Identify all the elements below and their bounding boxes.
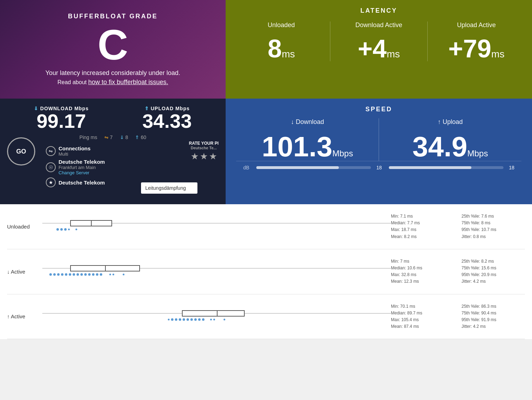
download-active-boxplot — [42, 261, 391, 282]
stat-median: Median: 7.7 ms — [391, 220, 461, 226]
latency-row-unloaded: Unloaded Min: 7.1 ms Median: 7.7 ms Max:… — [7, 204, 525, 249]
dot — [61, 273, 63, 276]
upload-value: 34.33 — [142, 111, 192, 131]
upload-active-stats1: Min: 70.1 ms Median: 89.7 ms Max: 105.4 … — [391, 303, 461, 330]
bufferbloat-link-row: Read about how to fix bufferbloat issues… — [57, 79, 168, 86]
upload-metric: ⇑ UPLOAD Mbps 34.33 — [142, 106, 192, 131]
bufferbloat-title: BUFFERBLOAT GRADE — [68, 13, 158, 20]
stat-median: Median: 10.6 ms — [391, 265, 461, 271]
speed-panel: SPEED ↓ Download 101.3Mbps ↑ Upload 34.9… — [226, 99, 532, 204]
latency-download-active-label: Download Active — [330, 21, 428, 29]
latency-upload-active-label: Upload Active — [428, 21, 525, 29]
dot — [179, 318, 181, 321]
speed-bar-val2: 18 — [509, 165, 514, 170]
stat-min: Min: 70.1 ms — [391, 303, 461, 310]
dot — [183, 318, 185, 321]
server-name: Deutsche Telekom — [59, 159, 105, 165]
download-metric: ⇓ DOWNLOAD Mbps 99.17 — [34, 106, 88, 131]
dot — [64, 228, 67, 231]
speed-bar-download — [256, 166, 371, 169]
latency-title: LATENCY — [233, 7, 525, 14]
tooltip-text: Leitungsdämpfung — [145, 185, 186, 191]
speed-bar-row: dB 18 18 — [236, 161, 521, 174]
bufferbloat-link-prefix: Read about — [57, 79, 88, 85]
dot — [92, 273, 94, 276]
dot — [84, 273, 87, 276]
upload-active-label: ↑ Active — [7, 313, 42, 319]
ping-row: Ping ms ⇋ 7 ⇓ 8 ⇑ 60 — [7, 135, 219, 140]
dot — [190, 318, 193, 321]
stat-jitter: Jitter: 4.2 ms — [461, 323, 525, 330]
latency-details: Unloaded Min: 7.1 ms Median: 7.7 ms Max:… — [0, 204, 532, 339]
dot — [73, 273, 75, 276]
dot — [49, 273, 52, 276]
stat-95th: 95th %ile: 10.7 ms — [461, 226, 525, 233]
speedtest-panel: ⇓ DOWNLOAD Mbps 99.17 ⇑ UPLOAD Mbps 34.3… — [0, 99, 226, 204]
isp-name: Deutsche Telekom — [59, 180, 105, 186]
stat-mean: Mean: 12.3 ms — [391, 278, 461, 285]
speed-download-value: 101.3Mbps — [236, 133, 379, 161]
unloaded-label: Unloaded — [7, 224, 42, 230]
server-location: Frankfurt am Main — [59, 165, 105, 170]
bufferbloat-panel: BUFFERBLOAT GRADE C Your latency increas… — [0, 0, 226, 99]
latency-col-download-active: Download Active +4ms — [330, 21, 428, 61]
speed-title: SPEED — [236, 106, 521, 113]
stat-95th: 95th %ile: 91.9 ms — [461, 317, 525, 323]
dot — [56, 228, 59, 231]
stat-min: Min: 7 ms — [391, 258, 461, 265]
latency-unloaded-value: 8ms — [233, 36, 330, 61]
dot — [69, 273, 71, 276]
dot — [194, 318, 197, 321]
dot — [65, 273, 67, 276]
dot — [171, 318, 173, 321]
dot — [100, 273, 102, 276]
dot — [123, 274, 124, 275]
download-active-label: ↓ Active — [7, 269, 42, 275]
latency-unloaded-label: Unloaded — [233, 21, 330, 29]
stat-max: Max: 32.8 ms — [391, 271, 461, 278]
dot — [60, 228, 63, 231]
bufferbloat-grade: C — [98, 24, 128, 66]
stat-max: Max: 105.4 ms — [391, 317, 461, 323]
dot — [57, 273, 60, 276]
go-button[interactable]: GO — [7, 137, 35, 165]
jitter-up-value: ⇑ 60 — [135, 135, 146, 140]
download-active-stats1: Min: 7 ms Median: 10.6 ms Max: 32.8 ms M… — [391, 258, 461, 285]
connections-type: Multi — [59, 151, 91, 157]
dot — [210, 319, 212, 320]
stat-25th: 25th %ile: 86.3 ms — [461, 303, 525, 310]
stat-75th: 75th %ile: 8 ms — [461, 220, 525, 226]
upload-active-boxplot — [42, 306, 391, 327]
stat-jitter: Jitter: 4.2 ms — [461, 278, 525, 285]
dot — [75, 229, 77, 230]
dot — [77, 273, 79, 276]
dot — [53, 273, 56, 276]
dot — [96, 273, 98, 276]
ping-value: ⇋ 7 — [104, 135, 113, 140]
connections-icon: ⇋ — [46, 146, 56, 156]
download-value: 99.17 — [34, 111, 88, 131]
latency-panel: LATENCY Unloaded 8ms Download Active +4m… — [226, 0, 532, 99]
unloaded-stats1: Min: 7.1 ms Median: 7.7 ms Max: 18.7 ms … — [391, 213, 461, 240]
bufferbloat-link[interactable]: how to fix bufferbloat issues. — [88, 79, 168, 86]
stat-jitter: Jitter: 0.8 ms — [461, 233, 525, 240]
stat-median: Median: 89.7 ms — [391, 310, 461, 317]
rating-stars[interactable]: ★ ★ ★ — [189, 152, 219, 161]
speedtest-metrics: ⇓ DOWNLOAD Mbps 99.17 ⇑ UPLOAD Mbps 34.3… — [7, 106, 219, 131]
latency-col-unloaded: Unloaded 8ms — [233, 21, 330, 61]
dot — [112, 274, 114, 275]
dot — [202, 318, 204, 321]
speed-upload-label: ↑ Upload — [379, 118, 521, 126]
stat-25th: 25th %ile: 7.6 ms — [461, 213, 525, 220]
rate-label: RATE YOUR PI — [189, 141, 219, 146]
dot — [88, 273, 91, 276]
download-active-stats2: 25th %ile: 8.2 ms 75th %ile: 15.6 ms 95t… — [461, 258, 525, 285]
change-server-button[interactable]: Change Server — [59, 170, 105, 175]
speed-upload-col: ↑ Upload 34.9Mbps — [379, 118, 521, 161]
latency-upload-active-value: +79ms — [428, 36, 525, 61]
speed-download-label: ↓ Download — [236, 118, 379, 126]
dot — [198, 318, 201, 321]
stat-95th: 95th %ile: 20.9 ms — [461, 271, 525, 278]
tooltip-box: Leitungsdämpfung — [141, 182, 197, 194]
dot — [168, 319, 170, 320]
